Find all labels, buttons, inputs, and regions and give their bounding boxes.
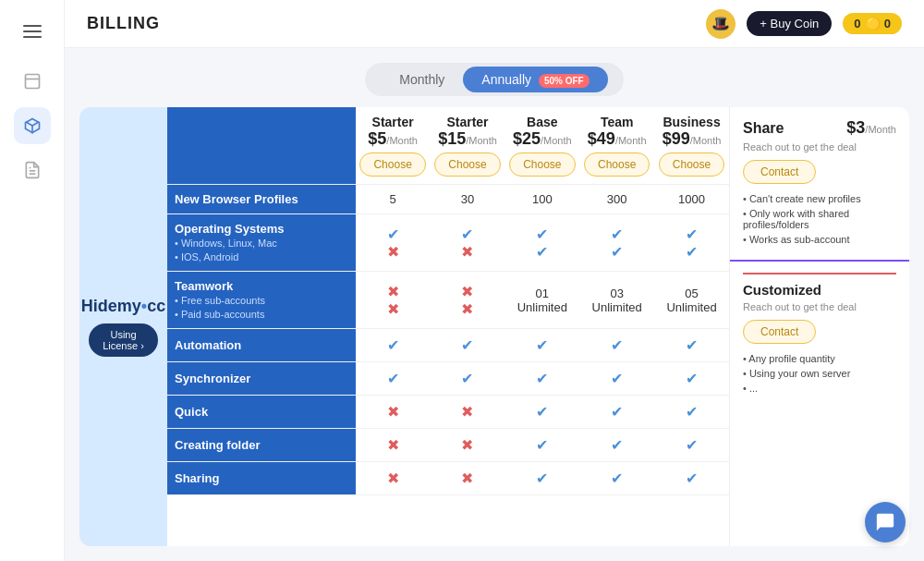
feature-val: ✔ bbox=[579, 329, 654, 362]
page-title: BILLING bbox=[87, 14, 160, 33]
feature-label-cell: Creating folder bbox=[167, 429, 356, 462]
pricing-table: Starter $5/Month Choose Starter $15/Mont… bbox=[167, 107, 729, 546]
check-icon: ✔ bbox=[510, 243, 574, 261]
feature-val: ✔ bbox=[654, 429, 729, 462]
coin-badge: 0 🟡 0 bbox=[843, 13, 902, 34]
feature-val: ✔ bbox=[654, 329, 729, 362]
feature-label-cell: Automation bbox=[167, 329, 356, 362]
choose-button-1[interactable]: Choose bbox=[434, 152, 500, 177]
sidebar bbox=[0, 0, 65, 561]
feature-label-cell: Operating Systems • Windows, Linux, Mac … bbox=[167, 214, 356, 272]
plan-col-3: Team $49/Month Choose bbox=[579, 107, 654, 185]
cross-icon: ✖ bbox=[436, 300, 500, 318]
brand-panel: Hidemy•cc Using License › bbox=[79, 107, 167, 546]
right-panel: Share $3/Month Reach out to get the deal… bbox=[729, 107, 909, 546]
check-icon: ✔ bbox=[660, 226, 723, 243]
feature-val: 01 Unlimited bbox=[505, 272, 579, 329]
check-icon: ✔ bbox=[660, 243, 723, 261]
check-icon: ✔ bbox=[611, 437, 623, 453]
table-row: Operating Systems • Windows, Linux, Mac … bbox=[167, 214, 729, 272]
sidebar-item-report[interactable] bbox=[14, 152, 51, 189]
check-icon: ✔ bbox=[686, 437, 698, 453]
feature-val: ✖ bbox=[431, 396, 505, 429]
feature-label-cell: Sharing bbox=[167, 462, 356, 495]
chat-bubble[interactable] bbox=[865, 502, 906, 543]
feature-val: ✔ bbox=[505, 362, 579, 396]
feature-val: ✔ bbox=[505, 396, 579, 429]
feature-val: ✔ bbox=[579, 429, 654, 462]
feature-val: ✔ bbox=[579, 362, 654, 396]
buy-coin-button[interactable]: + Buy Coin bbox=[747, 11, 832, 36]
sidebar-hamburger[interactable] bbox=[16, 15, 49, 48]
share-desc: Reach out to get the deal bbox=[743, 141, 896, 152]
check-icon: ✔ bbox=[686, 470, 698, 486]
feature-val: ✔ ✔ bbox=[579, 214, 654, 272]
customized-contact-button[interactable]: Contact bbox=[743, 320, 816, 344]
table-row: Synchronizer ✔ ✔ ✔ ✔ ✔ bbox=[167, 362, 729, 396]
plan-col-2: Base $25/Month Choose bbox=[505, 107, 579, 185]
table-row: Automation ✔ ✔ ✔ ✔ ✔ bbox=[167, 329, 729, 362]
check-icon: ✔ bbox=[611, 371, 623, 386]
feature-val: ✔ bbox=[579, 396, 654, 429]
feature-header-cell bbox=[167, 107, 356, 185]
plan-col-1: Starter $15/Month Choose bbox=[431, 107, 505, 185]
main-content: BILLING 🎩 + Buy Coin 0 🟡 0 Monthly Annua… bbox=[65, 0, 924, 561]
feature-val: ✔ ✔ bbox=[505, 214, 579, 272]
list-item: Can't create new profiles bbox=[743, 193, 896, 204]
plan-price-2: $25/Month bbox=[508, 129, 576, 149]
choose-button-2[interactable]: Choose bbox=[509, 152, 575, 177]
check-icon: ✔ bbox=[536, 470, 548, 486]
annually-toggle[interactable]: Annually 50% OFF bbox=[463, 67, 607, 92]
plan-header-row: Starter $5/Month Choose Starter $15/Mont… bbox=[167, 107, 729, 185]
feature-val: ✔ bbox=[431, 362, 505, 396]
off-badge: 50% OFF bbox=[539, 74, 590, 88]
plan-name-0: Starter bbox=[359, 115, 427, 129]
sidebar-item-window[interactable] bbox=[14, 63, 51, 100]
cross-icon: ✖ bbox=[461, 404, 473, 420]
sidebar-item-box[interactable] bbox=[14, 107, 51, 144]
plan-name-3: Team bbox=[583, 115, 650, 129]
cross-icon: ✖ bbox=[361, 243, 425, 261]
feature-val: ✔ bbox=[505, 462, 579, 495]
plan-price-0: $5/Month bbox=[359, 129, 427, 149]
feature-val: ✔ ✖ bbox=[356, 214, 431, 272]
check-icon: ✔ bbox=[585, 226, 649, 243]
share-contact-button[interactable]: Contact bbox=[743, 160, 816, 184]
pricing-table-area: Hidemy•cc Using License › Starter $5/Mon… bbox=[79, 107, 909, 546]
feature-val: 03 Unlimited bbox=[579, 272, 654, 329]
header-right: 🎩 + Buy Coin 0 🟡 0 bbox=[706, 9, 902, 39]
content-area: Monthly Annually 50% OFF Hidemy•cc Using… bbox=[65, 48, 924, 561]
feature-val: ✔ bbox=[654, 396, 729, 429]
plan-col-4: Business $99/Month Choose bbox=[654, 107, 729, 185]
feature-val: 5 bbox=[356, 185, 431, 214]
plan-name-2: Base bbox=[508, 115, 576, 129]
using-license-button[interactable]: Using License › bbox=[89, 323, 158, 357]
list-item: Any profile quantity bbox=[743, 353, 896, 364]
check-icon: ✔ bbox=[461, 371, 473, 386]
check-icon: ✔ bbox=[686, 337, 698, 353]
check-icon: ✔ bbox=[611, 470, 623, 486]
cross-icon: ✖ bbox=[436, 243, 500, 261]
choose-button-4[interactable]: Choose bbox=[659, 152, 724, 177]
feature-val: ✖ bbox=[356, 396, 431, 429]
check-icon: ✔ bbox=[387, 337, 399, 353]
customized-features-list: Any profile quantity Using your own serv… bbox=[743, 353, 896, 394]
check-icon: ✔ bbox=[585, 243, 649, 261]
table-row: Creating folder ✖ ✖ ✔ ✔ ✔ bbox=[167, 429, 729, 462]
cross-icon: ✖ bbox=[436, 283, 500, 300]
customized-title: Customized bbox=[743, 273, 896, 298]
choose-button-3[interactable]: Choose bbox=[584, 152, 650, 177]
customized-desc: Reach out to get the deal bbox=[743, 301, 896, 312]
feature-val: 300 bbox=[579, 185, 654, 214]
check-icon: ✔ bbox=[461, 337, 473, 353]
feature-val: ✔ bbox=[654, 462, 729, 495]
list-item: ... bbox=[743, 383, 896, 394]
feature-label-cell: Synchronizer bbox=[167, 362, 356, 396]
list-item: Works as sub-account bbox=[743, 234, 896, 245]
feature-val: ✖ bbox=[431, 462, 505, 495]
choose-button-0[interactable]: Choose bbox=[359, 152, 425, 177]
billing-toggle: Monthly Annually 50% OFF bbox=[365, 63, 624, 96]
feature-val: ✔ bbox=[579, 462, 654, 495]
feature-label-cell: Teamwork • Free sub-accounts • Paid sub-… bbox=[167, 272, 356, 329]
monthly-toggle[interactable]: Monthly bbox=[381, 67, 463, 92]
